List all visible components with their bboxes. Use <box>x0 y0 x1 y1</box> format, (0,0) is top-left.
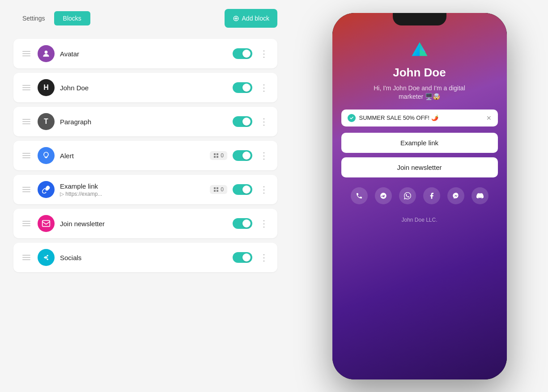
alert-badge: 0 <box>210 151 227 160</box>
svg-rect-9 <box>42 220 50 226</box>
block-info-johndoe: John Doe <box>60 84 227 92</box>
svg-rect-5 <box>214 187 216 189</box>
svg-rect-1 <box>214 153 216 155</box>
blocks-list: Avatar ⋮ H John Doe ⋮ <box>13 39 277 272</box>
block-row: Alert 0 ⋮ <box>13 141 277 170</box>
block-info-alert: Alert <box>60 152 204 160</box>
drag-handle[interactable] <box>21 83 32 92</box>
drag-handle[interactable] <box>21 253 32 262</box>
phone-socials <box>351 187 489 204</box>
phone-content: John Doe Hi, I'm John Doe and I'm a digi… <box>332 25 507 236</box>
socials-more-button[interactable]: ⋮ <box>258 250 270 265</box>
svg-rect-7 <box>214 190 216 192</box>
drag-handle[interactable] <box>21 151 32 160</box>
block-icon-examplelink <box>38 181 55 198</box>
socials-toggle[interactable] <box>233 252 252 263</box>
svg-point-12 <box>47 259 48 260</box>
block-info-examplelink: Example link ▷ https://examp... <box>60 182 204 197</box>
app-logo <box>404 34 435 66</box>
phone-screen: John Doe Hi, I'm John Doe and I'm a digi… <box>332 13 507 379</box>
block-name: Join newsletter <box>60 220 227 228</box>
alert-text: SUMMER SALE 50% OFF! 🌶️ <box>359 114 438 121</box>
block-icon-avatar <box>38 45 55 62</box>
facebook-icon[interactable] <box>423 187 440 204</box>
whatsapp-icon[interactable] <box>399 187 416 204</box>
newsletter-toggle[interactable] <box>233 218 252 229</box>
svg-rect-3 <box>214 156 216 158</box>
paragraph-toggle[interactable] <box>233 116 252 127</box>
block-row: Join newsletter ⋮ <box>13 209 277 238</box>
block-info-avatar: Avatar <box>60 50 227 58</box>
header: Settings Blocks ⊕ Add block <box>13 9 277 28</box>
block-name: Example link <box>60 182 204 190</box>
drag-handle[interactable] <box>21 49 32 58</box>
block-name: Alert <box>60 152 204 160</box>
alert-more-button[interactable]: ⋮ <box>258 148 270 163</box>
settings-tab[interactable]: Settings <box>13 11 54 25</box>
plus-icon: ⊕ <box>233 13 239 23</box>
block-icon-alert <box>38 147 55 164</box>
block-icon-socials <box>38 249 55 266</box>
examplelink-badge: 0 <box>210 185 227 194</box>
avatar-more-button[interactable]: ⋮ <box>258 46 270 61</box>
tab-group: Settings Blocks <box>13 11 90 25</box>
telegram-icon[interactable] <box>375 187 392 204</box>
svg-rect-8 <box>217 190 218 192</box>
svg-point-11 <box>47 255 48 256</box>
newsletter-more-button[interactable]: ⋮ <box>258 216 270 231</box>
paragraph-more-button[interactable]: ⋮ <box>258 114 270 129</box>
block-row: H John Doe ⋮ <box>13 73 277 102</box>
block-name: Socials <box>60 254 227 261</box>
svg-point-0 <box>45 51 48 54</box>
svg-rect-4 <box>217 156 218 158</box>
svg-rect-2 <box>217 153 218 155</box>
discord-icon[interactable] <box>472 187 489 204</box>
block-row: Avatar ⋮ <box>13 39 277 68</box>
johndoe-more-button[interactable]: ⋮ <box>258 80 270 95</box>
phone-frame: John Doe Hi, I'm John Doe and I'm a digi… <box>332 13 507 379</box>
block-info-socials: Socials <box>60 254 227 261</box>
phone-link-button[interactable]: Example link <box>341 133 498 153</box>
block-row: T Paragraph ⋮ <box>13 107 277 136</box>
block-name: John Doe <box>60 84 227 92</box>
block-name: Avatar <box>60 50 227 58</box>
svg-rect-6 <box>217 187 218 189</box>
drag-handle[interactable] <box>21 185 32 194</box>
block-icon-newsletter <box>38 215 55 232</box>
check-circle-icon <box>348 114 356 122</box>
add-block-label: Add block <box>242 15 269 22</box>
left-panel: Settings Blocks ⊕ Add block Avatar ⋮ <box>0 0 291 392</box>
block-row: Socials ⋮ <box>13 243 277 272</box>
drag-handle[interactable] <box>21 117 32 126</box>
examplelink-toggle[interactable] <box>233 184 252 195</box>
add-block-button[interactable]: ⊕ Add block <box>225 9 277 28</box>
block-sub: ▷ https://examp... <box>60 191 204 197</box>
block-icon-paragraph: T <box>38 113 55 130</box>
avatar-toggle[interactable] <box>233 48 252 59</box>
blocks-tab[interactable]: Blocks <box>54 11 90 25</box>
examplelink-more-button[interactable]: ⋮ <box>258 182 270 197</box>
alert-toggle[interactable] <box>233 150 252 161</box>
block-row: Example link ▷ https://examp... 0 ⋮ <box>13 175 277 204</box>
phone-bio: Hi, I'm John Doe and I'm a digitalmarket… <box>374 84 465 101</box>
block-info-paragraph: Paragraph <box>60 118 227 126</box>
drag-handle[interactable] <box>21 219 32 228</box>
right-panel: John Doe Hi, I'm John Doe and I'm a digi… <box>291 0 548 392</box>
phone-alert: SUMMER SALE 50% OFF! 🌶️ ✕ <box>341 110 498 126</box>
block-icon-johndoe: H <box>38 79 55 96</box>
close-icon[interactable]: ✕ <box>486 114 492 122</box>
phone-footer: John Doe LLC. <box>401 217 437 223</box>
messenger-icon[interactable] <box>447 187 464 204</box>
phone-wrapper: John Doe Hi, I'm John Doe and I'm a digi… <box>332 13 507 379</box>
phone-newsletter-button[interactable]: Join newsletter <box>341 157 498 177</box>
johndoe-toggle[interactable] <box>233 82 252 93</box>
block-info-newsletter: Join newsletter <box>60 220 227 228</box>
svg-marker-20 <box>412 42 420 56</box>
phone-icon[interactable] <box>351 187 368 204</box>
phone-notch <box>393 13 446 25</box>
block-name: Paragraph <box>60 118 227 126</box>
phone-name: John Doe <box>393 66 446 80</box>
